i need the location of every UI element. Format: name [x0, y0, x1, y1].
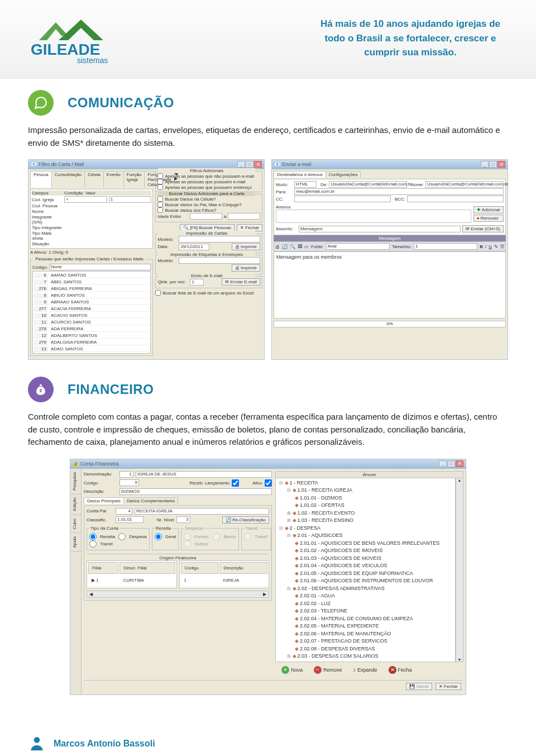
ativo-checkbox[interactable] — [265, 479, 272, 487]
remove-button[interactable]: −Remove — [310, 664, 346, 676]
ativos-status: A Ativos: 1 Obrig: 0 — [30, 249, 153, 256]
minimize-icon[interactable]: _ — [237, 161, 245, 168]
tab-destinatarios[interactable]: Destinatários e Anexos — [274, 171, 326, 178]
tab-celula[interactable]: Célula — [84, 171, 104, 188]
tree-scrollbar[interactable]: ▲▼ — [456, 478, 463, 662]
tab-evento[interactable]: Evento — [103, 171, 124, 188]
imprimir-etiq-button[interactable]: 🖨 Imprimir — [232, 264, 260, 272]
brush-icon[interactable]: ✎ — [494, 244, 498, 249]
valor-input[interactable]: 1 — [109, 196, 152, 203]
para-input[interactable]: meu@email.com.br — [294, 188, 504, 195]
minimize-icon[interactable]: _ — [481, 161, 489, 168]
fonte-select[interactable]: Arial — [326, 243, 390, 250]
tab-config[interactable]: Configurações — [326, 171, 361, 178]
tipo-transf-radio[interactable] — [89, 540, 97, 548]
classific-input[interactable]: 1.01.01 — [116, 516, 143, 523]
underline-icon[interactable]: U — [489, 244, 492, 249]
tab-pessoa[interactable]: Pessoa — [30, 171, 52, 188]
fechar-win-button[interactable]: ✕ Fechar — [436, 683, 461, 690]
tab-consolidacao[interactable]: Consolidação — [51, 171, 85, 188]
maximize-icon[interactable]: □ — [489, 161, 497, 168]
image-icon[interactable]: 🖼 — [298, 244, 302, 249]
nome-input[interactable]: UsuarioDaConta@ContaDeEmail.com.br — [425, 181, 504, 188]
window-titlebar: 📧Enviar e-mail _□✕ — [272, 160, 508, 169]
vtab-edicao[interactable]: Edição — [70, 494, 81, 515]
conta-tree[interactable]: ⊟ ◆1 - RECEITA⊟ ◆1.01 - RECEITA IGREJA◆1… — [275, 478, 456, 662]
cc-input[interactable] — [294, 196, 391, 202]
section-desc-comunicacao: Impressão personalizada de cartas, envel… — [28, 124, 508, 149]
scroll-left-icon[interactable]: ◀ — [87, 591, 95, 597]
assunto-input[interactable]: Mensagem — [299, 226, 461, 232]
qtde-input[interactable]: 1 — [190, 279, 204, 286]
nivel-input[interactable]: 3 — [176, 516, 190, 523]
anexos-list[interactable] — [276, 210, 471, 223]
vtab-pesquisa[interactable]: Pesquisa — [70, 469, 81, 495]
origem-header: Origem Financeira — [87, 554, 269, 560]
reclassif-button[interactable]: 🔄 Re-Classificação — [222, 516, 269, 524]
tab-dados-compl[interactable]: Dados Complementares — [123, 497, 178, 504]
vtab-ajuda[interactable]: Ajuda — [70, 533, 81, 551]
list-icon[interactable]: ☰ — [500, 244, 504, 249]
codigo-input[interactable]: 9 — [119, 479, 139, 486]
scroll-right-icon[interactable]: ▶ — [261, 591, 269, 597]
condicao-select[interactable]: = — [64, 196, 107, 203]
nova-button[interactable]: +Nova — [277, 664, 307, 676]
vtab-cubo[interactable]: Cubo — [70, 515, 81, 533]
moneybag-icon — [28, 377, 54, 402]
descricao-input[interactable]: DIZIMOS — [119, 488, 272, 495]
window-titlebar: 💰Conta Financeira _□✕ — [70, 459, 466, 469]
denominacao-input[interactable]: IGREJA DE JESUS — [136, 471, 272, 478]
maximize-icon[interactable]: □ — [246, 161, 253, 168]
progress-bar: 0% — [274, 321, 506, 327]
chk-excel[interactable]: Buscar lista de E-mail de um arquivo do … — [155, 290, 262, 296]
adicionar-button[interactable]: ✚ Adicionar — [473, 206, 504, 213]
tab-dados-principais[interactable]: Dados Principais — [84, 497, 124, 504]
chk-dados-celula[interactable]: Buscar Dados da Célula? — [157, 196, 260, 202]
close-icon[interactable]: ✕ — [497, 161, 505, 168]
svg-text:sistemas: sistemas — [77, 56, 108, 65]
salvar-button[interactable]: 💾 Salvar — [406, 683, 432, 690]
modo-select[interactable]: HTML — [294, 181, 317, 188]
tipo-receita-radio[interactable] — [89, 533, 97, 540]
window-icon[interactable]: ▭ — [304, 244, 309, 249]
chk-dados-pai[interactable]: Buscar dados do Pai, Mae e Cônjuge? — [157, 202, 260, 207]
expande-button[interactable]: ↕Expande — [350, 664, 381, 676]
maximize-icon[interactable]: □ — [447, 460, 455, 467]
enviar-button[interactable]: ✉ Enviar (Ctrl+S) — [462, 225, 504, 232]
tipo-despesa-radio[interactable] — [118, 533, 126, 540]
fecha-tree-button[interactable]: ✕Fecha — [385, 664, 416, 676]
chk-com-email[interactable]: Apenas as pessoas que possuem e-mail — [157, 179, 260, 184]
bcc-input[interactable] — [407, 196, 504, 202]
search-icon[interactable]: 🔍 — [290, 244, 295, 249]
receita-geral-radio[interactable] — [155, 533, 162, 540]
speech-bubble-icon — [28, 90, 54, 116]
bold-icon[interactable]: B — [480, 244, 483, 249]
tabs-row: Pessoa Consolidação Célula Evento Função… — [30, 171, 153, 188]
mountain-logo-icon: GILEADE sistemas — [28, 17, 117, 67]
modelo-etiq-input[interactable] — [179, 257, 260, 264]
de-input[interactable]: UsuarioDaConta@ContaDeEmail.com.br — [329, 181, 407, 188]
tab-funcao-igreja[interactable]: Função Igreja — [123, 171, 145, 188]
enviar-email-button[interactable]: ✉ Enviar E-mail — [222, 278, 260, 286]
section-title-financeiro: FINANCEIRO — [68, 382, 154, 397]
italic-icon[interactable]: I — [485, 244, 486, 249]
imprimir-carta-button[interactable]: 🖨 Imprimir — [232, 243, 260, 250]
close-icon[interactable]: ✕ — [456, 460, 463, 467]
section-title-comunicacao: COMUNICAÇÃO — [68, 95, 174, 111]
print-icon[interactable]: 🖨 — [275, 244, 280, 249]
chk-dados-filhos[interactable]: Buscar dados dos Filhos? — [157, 207, 260, 213]
message-body[interactable]: Mensagem para os membros — [274, 251, 506, 318]
tamanho-input[interactable]: 1 — [414, 243, 477, 250]
chk-sem-email[interactable]: Apenas as pessoas que não possuem e-mail — [157, 173, 260, 179]
codigo-input[interactable]: None — [50, 264, 151, 270]
modelo-input[interactable] — [179, 236, 260, 243]
minimize-icon[interactable]: _ — [439, 460, 447, 467]
close-icon[interactable]: ✕ — [254, 161, 262, 168]
contapai-input[interactable]: RECEITA IGREJA — [135, 508, 269, 515]
refresh-icon[interactable]: 🔄 — [282, 244, 288, 249]
data-input[interactable]: 29/12/2011 — [179, 244, 209, 250]
chk-com-endereco[interactable]: Apenas as pessoas que possuem endereço — [157, 184, 260, 190]
receb-checkbox[interactable] — [232, 479, 239, 487]
remover-button[interactable]: ● Remover — [473, 215, 504, 222]
window-title-text: Enviar e-mail — [282, 161, 312, 167]
